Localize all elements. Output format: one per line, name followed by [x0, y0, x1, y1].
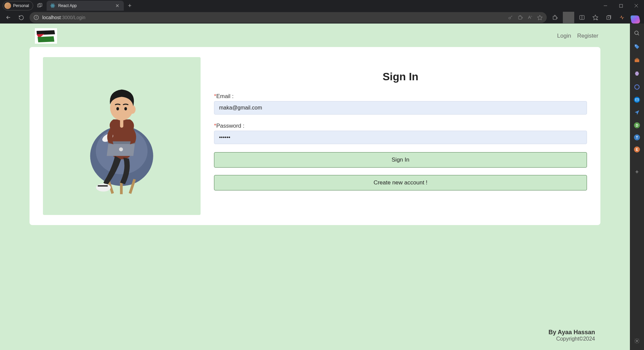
- search-icon[interactable]: [633, 30, 641, 37]
- avatar-icon: [4, 2, 11, 9]
- address-bar: localhost:3000/Login A♭: [0, 11, 644, 24]
- minimize-button[interactable]: [598, 0, 613, 11]
- settings-icon[interactable]: [634, 338, 640, 345]
- app-t-icon[interactable]: T: [634, 134, 640, 140]
- office-icon[interactable]: [633, 83, 641, 91]
- tab-title: React App: [58, 3, 76, 8]
- svg-point-2: [52, 5, 53, 6]
- login-card: Sign In *Email : *Password : Sign In Cre…: [30, 47, 600, 225]
- svg-rect-7: [620, 4, 623, 7]
- svg-rect-17: [553, 16, 556, 19]
- favorite-icon[interactable]: [537, 15, 543, 20]
- nav-links: Login Register: [557, 33, 598, 39]
- close-tab-icon[interactable]: ✕: [114, 3, 120, 9]
- footer: By Ayaa Hassan Copyright©2024: [548, 329, 595, 342]
- browser-tab[interactable]: React App ✕: [47, 1, 124, 11]
- footer-copyright: Copyright©2024: [548, 336, 595, 342]
- svg-point-38: [124, 107, 127, 111]
- svg-point-36: [129, 105, 136, 114]
- refresh-button[interactable]: [15, 12, 27, 23]
- svg-point-48: [636, 340, 638, 342]
- page: Login Register: [0, 24, 630, 350]
- new-tab-button[interactable]: +: [125, 2, 134, 9]
- illustration: [43, 57, 201, 215]
- app-e-icon[interactable]: E: [634, 146, 640, 152]
- react-icon: [50, 3, 55, 8]
- svg-rect-40: [120, 118, 123, 128]
- svg-rect-16: [522, 17, 523, 18]
- maximize-button[interactable]: [613, 0, 629, 11]
- nav-login[interactable]: Login: [557, 33, 571, 39]
- form-title: Sign In: [214, 71, 587, 83]
- signin-button[interactable]: Sign In: [214, 152, 587, 168]
- password-input[interactable]: [214, 131, 587, 144]
- footer-author: By Ayaa Hassan: [548, 329, 595, 336]
- create-account-button[interactable]: Create new account !: [214, 175, 587, 190]
- collections-icon[interactable]: [603, 12, 614, 23]
- edge-sidebar: D T E +: [630, 24, 644, 350]
- app-d-icon[interactable]: D: [634, 122, 640, 128]
- add-sidebar-icon[interactable]: +: [635, 169, 639, 176]
- favorites-icon[interactable]: [590, 12, 601, 23]
- info-icon: [34, 15, 39, 20]
- outlook-icon[interactable]: [634, 97, 640, 103]
- copilot-icon[interactable]: [629, 13, 642, 26]
- divider: [563, 12, 574, 23]
- svg-rect-31: [98, 185, 108, 186]
- url-input[interactable]: localhost:3000/Login A♭: [30, 12, 547, 23]
- close-window-button[interactable]: [629, 0, 644, 11]
- window-controls: [598, 0, 644, 11]
- svg-point-46: [635, 85, 639, 89]
- password-label: *Password :: [214, 123, 587, 129]
- extension-icon[interactable]: [518, 15, 523, 20]
- svg-point-37: [116, 107, 119, 111]
- svg-point-43: [635, 45, 636, 46]
- key-icon[interactable]: [508, 15, 513, 20]
- svg-point-34: [119, 147, 123, 151]
- svg-point-41: [635, 31, 638, 35]
- toolbox-icon[interactable]: [633, 56, 641, 64]
- tab-bar: Personal React App ✕ +: [0, 0, 644, 11]
- app-header: Login Register: [1, 25, 629, 47]
- workspaces-icon[interactable]: [35, 0, 45, 11]
- shopping-tag-icon[interactable]: [633, 43, 641, 50]
- profile-badge[interactable]: Personal: [3, 1, 33, 10]
- health-icon[interactable]: [616, 12, 628, 23]
- extensions-icon[interactable]: [549, 12, 561, 23]
- send-icon[interactable]: [633, 109, 641, 116]
- svg-point-30: [96, 183, 111, 191]
- url-text: localhost:3000/Login: [42, 15, 85, 20]
- profile-label: Personal: [13, 3, 29, 8]
- games-icon[interactable]: [633, 70, 641, 77]
- svg-point-13: [509, 17, 511, 19]
- text-size-icon[interactable]: A♭: [528, 15, 532, 20]
- svg-rect-44: [635, 59, 639, 62]
- email-label: *Email :: [214, 93, 587, 100]
- email-input[interactable]: [214, 101, 587, 115]
- svg-rect-15: [520, 15, 521, 16]
- logo[interactable]: [35, 28, 57, 44]
- split-screen-icon[interactable]: [576, 12, 588, 23]
- nav-register[interactable]: Register: [577, 33, 598, 39]
- svg-rect-45: [636, 58, 638, 59]
- login-form: Sign In *Email : *Password : Sign In Cre…: [214, 57, 587, 215]
- svg-line-42: [638, 34, 639, 35]
- back-button[interactable]: [3, 12, 14, 23]
- browser-chrome: Personal React App ✕ + localhost:3000/Lo…: [0, 0, 644, 24]
- svg-rect-14: [519, 16, 522, 19]
- svg-point-12: [36, 16, 37, 16]
